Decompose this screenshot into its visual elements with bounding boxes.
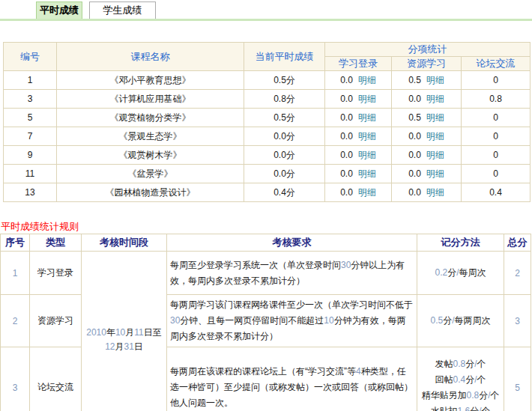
resource-detail-link[interactable]: 明细 — [426, 112, 444, 123]
grades-page: 平时成绩 学生成绩 编号 课程名称 当前平时成绩 分项统计 学习登录 资源学习 … — [0, 0, 532, 411]
resource-score: 0.0 — [408, 168, 421, 179]
forum-score: 0.4 — [462, 183, 531, 202]
resource-detail-link[interactable]: 明细 — [426, 150, 444, 160]
course-name: 《景观生态学》 — [57, 127, 244, 146]
rule-requirement: 每两周学习该门课程网络课件至少一次（单次学习时间不低于30分钟、且每一网页停留时… — [167, 295, 417, 347]
resource-detail-link[interactable]: 明细 — [426, 187, 444, 198]
rule-method-cell: 0.5分/每两周次 — [417, 295, 504, 347]
login-score-cell: 0.0明细 — [325, 165, 392, 183]
forum-score: 0 — [462, 127, 531, 146]
tab-underline — [0, 19, 532, 21]
score-row: 3 《计算机应用基础》 0.8分 0.0明细 0.0明细 0.8 — [4, 90, 531, 109]
rule-no: 3 — [1, 347, 30, 411]
resource-score: 0.0 — [408, 187, 421, 198]
score-row: 11 《盆景学》 0.0分 0.0明细 0.0明细 0 — [4, 165, 531, 183]
login-score: 0.0 — [340, 131, 353, 141]
col-header-type: 类型 — [30, 234, 82, 252]
rule-method-line: 精华贴另加0.8分/个 — [419, 388, 502, 404]
assessment-period-cell: 2010年10月11日至12月31日 — [82, 252, 167, 411]
course-scores-table: 编号 课程名称 当前平时成绩 分项统计 学习登录 资源学习 论坛交流 1 《邓小… — [3, 42, 531, 202]
resource-score: 0.0 — [408, 131, 421, 141]
login-score-cell: 0.0明细 — [325, 183, 392, 202]
resource-score-cell: 0.5明细 — [392, 71, 462, 90]
forum-score: 0 — [462, 146, 531, 165]
login-detail-link[interactable]: 明细 — [358, 94, 376, 104]
rule-row: 1 学习登录 2010年10月11日至12月31日 每周至少登录学习系统一次（单… — [1, 252, 531, 295]
resource-detail-link[interactable]: 明细 — [426, 94, 444, 104]
resource-score-cell: 0.0明细 — [392, 183, 462, 202]
current-score: 0.5分 — [244, 71, 325, 90]
rule-requirement: 每两周在该课程的课程论坛上（有“学习交流”等4种类型，任选一种皆可）至少提问（或… — [167, 347, 417, 411]
rule-method-line: 水贴扣1.6分/个 — [419, 404, 502, 411]
current-score: 0.8分 — [244, 90, 325, 109]
rule-total: 5 — [504, 347, 531, 411]
resource-score: 0.5 — [408, 75, 421, 85]
course-id: 7 — [4, 127, 57, 146]
resource-score: 0.0 — [408, 94, 421, 104]
score-row: 13 《园林植物造景设计》 0.4分 0.0明细 0.0明细 0.4 — [4, 183, 531, 202]
rule-no: 1 — [1, 252, 30, 295]
course-id: 11 — [4, 165, 57, 183]
scores-header-row-1: 编号 课程名称 当前平时成绩 分项统计 — [4, 43, 531, 57]
login-detail-link[interactable]: 明细 — [358, 131, 376, 141]
col-header-period: 考核时间段 — [82, 234, 167, 252]
resource-detail-link[interactable]: 明细 — [426, 75, 444, 85]
login-detail-link[interactable]: 明细 — [358, 150, 376, 160]
login-score-cell: 0.0明细 — [325, 71, 392, 90]
resource-score: 0.5 — [408, 112, 421, 123]
current-score: 0.4分 — [244, 183, 325, 202]
resource-score-cell: 0.0明细 — [392, 90, 462, 109]
resource-score-cell: 0.0明细 — [392, 127, 462, 146]
col-header-current-score: 当前平时成绩 — [244, 43, 325, 71]
rules-header-row: 序号 类型 考核时间段 考核要求 记分方法 总分 — [1, 234, 531, 252]
course-name: 《邓小平教育思想》 — [57, 71, 244, 90]
course-name: 《园林植物造景设计》 — [57, 183, 244, 202]
resource-score-cell: 0.5明细 — [392, 109, 462, 127]
col-header-login: 学习登录 — [325, 57, 392, 71]
current-score: 0.0分 — [244, 127, 325, 146]
login-score-cell: 0.0明细 — [325, 127, 392, 146]
rule-method-line: 0.5分/每两周次 — [419, 313, 502, 329]
login-detail-link[interactable]: 明细 — [358, 168, 376, 179]
score-row: 7 《景观生态学》 0.0分 0.0明细 0.0明细 0 — [4, 127, 531, 146]
tab-student-grades[interactable]: 学生成绩 — [89, 1, 156, 19]
login-score-cell: 0.0明细 — [325, 90, 392, 109]
login-detail-link[interactable]: 明细 — [358, 75, 376, 85]
resource-detail-link[interactable]: 明细 — [426, 131, 444, 141]
rule-total: 3 — [504, 295, 531, 347]
rule-method-line: 发帖0.8分/个 — [419, 356, 502, 372]
course-name: 《计算机应用基础》 — [57, 90, 244, 109]
login-score: 0.0 — [340, 75, 353, 85]
rule-row: 2 资源学习 每两周学习该门课程网络课件至少一次（单次学习时间不低于30分钟、且… — [1, 295, 531, 347]
resource-detail-link[interactable]: 明细 — [426, 168, 444, 179]
tab-regular-grades[interactable]: 平时成绩 — [36, 1, 82, 19]
login-score: 0.0 — [340, 168, 353, 179]
rule-type: 论坛交流 — [30, 347, 82, 411]
col-header-breakdown-group: 分项统计 — [325, 43, 531, 57]
login-score: 0.0 — [340, 150, 353, 160]
forum-score: 0.8 — [462, 90, 531, 109]
resource-score-cell: 0.0明细 — [392, 146, 462, 165]
rules-section-title: 平时成绩统计规则 — [1, 220, 79, 234]
col-header-id: 编号 — [4, 43, 57, 71]
login-score-cell: 0.0明细 — [325, 146, 392, 165]
col-header-requirement: 考核要求 — [167, 234, 417, 252]
login-detail-link[interactable]: 明细 — [358, 112, 376, 123]
rule-total: 2 — [504, 252, 531, 295]
login-detail-link[interactable]: 明细 — [358, 187, 376, 198]
current-score: 0.0分 — [244, 146, 325, 165]
rule-row: 3 论坛交流 每两周在该课程的课程论坛上（有“学习交流”等4种类型，任选一种皆可… — [1, 347, 531, 411]
resource-score-cell: 0.0明细 — [392, 165, 462, 183]
forum-score: 0 — [462, 165, 531, 183]
col-header-total: 总分 — [504, 234, 531, 252]
rule-no: 2 — [1, 295, 30, 347]
rule-type: 学习登录 — [30, 252, 82, 295]
col-header-method: 记分方法 — [417, 234, 504, 252]
login-score: 0.0 — [340, 112, 353, 123]
course-id: 9 — [4, 146, 57, 165]
col-header-resource: 资源学习 — [392, 57, 462, 71]
score-row: 1 《邓小平教育思想》 0.5分 0.0明细 0.5明细 0 — [4, 71, 531, 90]
course-id: 3 — [4, 90, 57, 109]
login-score: 0.0 — [340, 187, 353, 198]
rule-method-cell: 0.2分/每周次 — [417, 252, 504, 295]
